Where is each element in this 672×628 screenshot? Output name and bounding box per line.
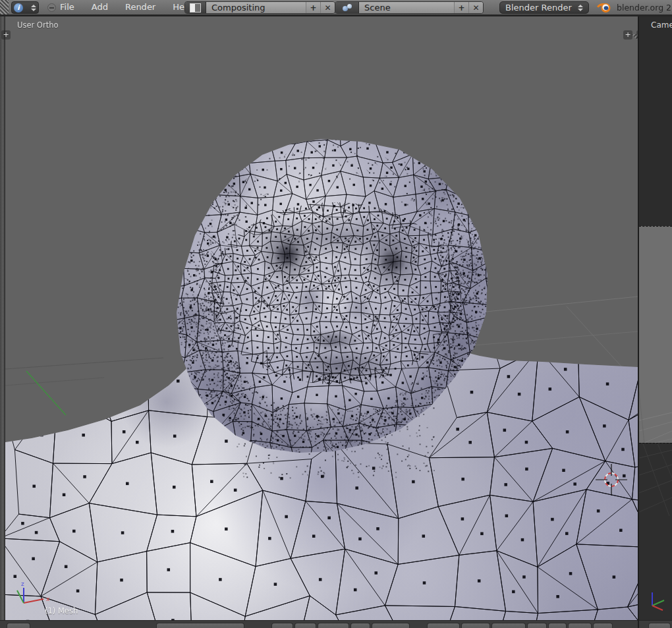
viewport-header-button[interactable] xyxy=(294,623,316,628)
screen-layout-browse-button[interactable] xyxy=(185,2,206,13)
viewport-header-button[interactable] xyxy=(461,623,490,628)
viewport-header-button[interactable] xyxy=(548,623,567,628)
viewport-header-button[interactable] xyxy=(318,623,349,628)
viewport-header-button[interactable] xyxy=(648,623,671,628)
viewport-header-button[interactable] xyxy=(372,623,410,628)
properties-region-expand-handle[interactable]: + xyxy=(623,30,632,40)
view-name-overlay: User Ortho xyxy=(17,20,58,30)
area-divider xyxy=(0,14,672,16)
viewport-header-partial xyxy=(0,620,672,628)
chevron-up-down-icon xyxy=(31,5,36,11)
menu-render[interactable]: Render xyxy=(117,0,164,14)
side-viewport-outer[interactable]: Came xyxy=(639,16,672,226)
toolshelf-expand-handle[interactable]: + xyxy=(1,30,11,40)
editor-type-selector[interactable]: i xyxy=(11,1,39,14)
scene-browse-button[interactable] xyxy=(335,2,359,13)
side-viewport-outer-bottom[interactable] xyxy=(639,443,672,620)
version-text: blender.org 2 xyxy=(617,3,671,13)
area-divider xyxy=(638,620,639,628)
screen-layout-dropdown[interactable]: Compositing xyxy=(206,2,306,13)
chevron-up-down-icon xyxy=(578,5,583,11)
side-viewport-camera-frame[interactable] xyxy=(639,226,672,443)
scene-add-button[interactable]: + xyxy=(454,2,468,13)
viewport-header-button[interactable] xyxy=(350,623,370,628)
blender-window: i File Add Render Help Compositing + ✕ S… xyxy=(0,0,672,628)
viewport-canvas[interactable] xyxy=(5,16,638,620)
viewport-header-button[interactable] xyxy=(271,623,293,628)
scene-group: Scene + ✕ xyxy=(335,1,484,14)
blender-logo-icon xyxy=(596,2,612,13)
viewport-3d[interactable]: User Ortho (1) Mesh z x xyxy=(5,16,638,620)
screen-layout-icon xyxy=(190,3,201,13)
viewport-header-button[interactable] xyxy=(7,623,30,628)
menu-add[interactable]: Add xyxy=(83,0,117,14)
axis-x-label: x xyxy=(46,596,50,602)
info-editor-icon: i xyxy=(14,3,23,13)
axis-gizmo: z x xyxy=(9,580,55,614)
viewport-header-button[interactable] xyxy=(593,623,613,628)
viewport-header-button[interactable] xyxy=(427,623,460,628)
scene-close-button[interactable]: ✕ xyxy=(468,2,483,13)
menu-bar: File Add Render Help xyxy=(51,0,201,14)
viewport-header-button[interactable] xyxy=(527,623,547,628)
scene-dropdown[interactable]: Scene xyxy=(359,2,454,13)
area-corner-grip[interactable] xyxy=(0,0,9,14)
menu-file[interactable]: File xyxy=(51,0,83,14)
viewport-header-button[interactable] xyxy=(156,623,244,628)
side-axis-gizmo xyxy=(644,587,671,615)
viewport-header-button[interactable] xyxy=(491,623,526,628)
screen-layout-add-button[interactable]: + xyxy=(306,2,320,13)
screen-layout-group: Compositing + ✕ xyxy=(184,1,335,14)
scene-icon xyxy=(342,3,352,12)
axis-z-label: z xyxy=(21,581,24,587)
render-engine-value: Blender Render xyxy=(505,3,572,13)
area-divider[interactable] xyxy=(638,16,639,620)
screen-layout-close-button[interactable]: ✕ xyxy=(320,2,335,13)
side-viewport[interactable]: Came xyxy=(639,16,672,620)
info-editor-header: i File Add Render Help Compositing + ✕ S… xyxy=(0,0,672,14)
render-engine-dropdown[interactable]: Blender Render xyxy=(499,1,589,14)
side-view-name-overlay: Came xyxy=(651,20,672,30)
viewport-header-button[interactable] xyxy=(568,623,592,628)
viewport-left-edge xyxy=(0,16,5,620)
